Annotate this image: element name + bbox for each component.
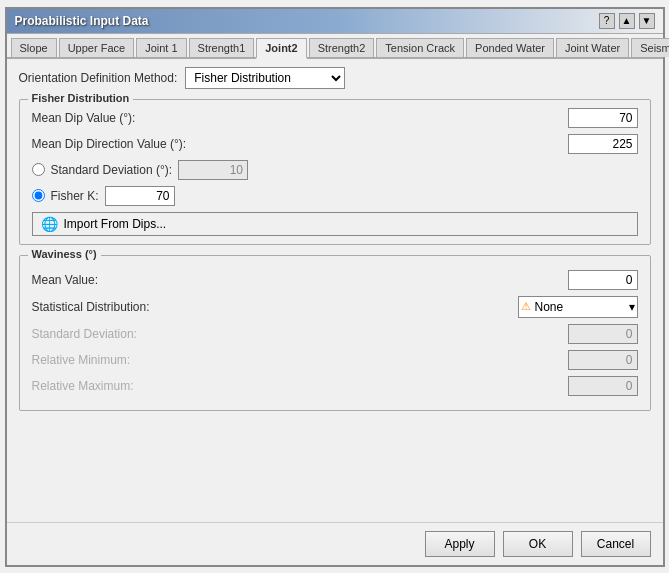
footer: Apply OK Cancel	[7, 522, 663, 565]
waviness-std-dev-row: Standard Deviation:	[32, 324, 638, 344]
waviness-mean-label: Mean Value:	[32, 273, 560, 287]
tab-joint1[interactable]: Joint 1	[136, 38, 186, 57]
dialog-title: Probabilistic Input Data	[15, 14, 149, 28]
down-button[interactable]: ▼	[639, 13, 655, 29]
import-dips-button[interactable]: 🌐 Import From Dips...	[32, 212, 638, 236]
help-button[interactable]: ?	[599, 13, 615, 29]
std-dev-label: Standard Deviation (°):	[51, 163, 173, 177]
fisher-k-row: Fisher K:	[32, 186, 638, 206]
tab-upper-face[interactable]: Upper Face	[59, 38, 134, 57]
waviness-mean-row: Mean Value:	[32, 270, 638, 290]
relative-min-label: Relative Minimum:	[32, 353, 560, 367]
tab-slope[interactable]: Slope	[11, 38, 57, 57]
waviness-group-title: Waviness (°)	[28, 248, 101, 260]
tab-ponded-water[interactable]: Ponded Water	[466, 38, 554, 57]
up-button[interactable]: ▲	[619, 13, 635, 29]
relative-min-input	[568, 350, 638, 370]
ok-button[interactable]: OK	[503, 531, 573, 557]
mean-dip-direction-input[interactable]	[568, 134, 638, 154]
import-dips-label: Import From Dips...	[64, 217, 167, 231]
tab-tension-crack[interactable]: Tension Crack	[376, 38, 464, 57]
tab-joint-water[interactable]: Joint Water	[556, 38, 629, 57]
mean-dip-direction-row: Mean Dip Direction Value (°):	[32, 134, 638, 154]
fisher-k-label: Fisher K:	[51, 189, 99, 203]
waviness-mean-input[interactable]	[568, 270, 638, 290]
fisher-k-input[interactable]	[105, 186, 175, 206]
mean-dip-label: Mean Dip Value (°):	[32, 111, 560, 125]
cancel-button[interactable]: Cancel	[581, 531, 651, 557]
title-bar: Probabilistic Input Data ? ▲ ▼	[7, 9, 663, 34]
tab-bar: Slope Upper Face Joint 1 Strength1 Joint…	[7, 34, 663, 59]
dialog: Probabilistic Input Data ? ▲ ▼ Slope Upp…	[5, 7, 665, 567]
apply-button[interactable]: Apply	[425, 531, 495, 557]
relative-max-input	[568, 376, 638, 396]
dropdown-arrow-icon: ▾	[629, 300, 635, 314]
mean-dip-input[interactable]	[568, 108, 638, 128]
fisher-group-title: Fisher Distribution	[28, 92, 134, 104]
tab-strength2[interactable]: Strength2	[309, 38, 375, 57]
mean-dip-row: Mean Dip Value (°):	[32, 108, 638, 128]
waviness-std-dev-input	[568, 324, 638, 344]
fisher-group: Fisher Distribution Mean Dip Value (°): …	[19, 99, 651, 245]
waviness-std-dev-label: Standard Deviation:	[32, 327, 560, 341]
tab-seismic[interactable]: Seismic	[631, 38, 669, 57]
tab-joint2[interactable]: Joint2	[256, 38, 306, 59]
orientation-row: Orientation Definition Method: Fisher Di…	[19, 67, 651, 89]
relative-min-row: Relative Minimum:	[32, 350, 638, 370]
orientation-label: Orientation Definition Method:	[19, 71, 178, 85]
stat-dist-label: Statistical Distribution:	[32, 300, 510, 314]
title-controls: ? ▲ ▼	[599, 13, 655, 29]
main-content: Orientation Definition Method: Fisher Di…	[7, 59, 663, 522]
tab-strength1[interactable]: Strength1	[189, 38, 255, 57]
stat-dist-row: Statistical Distribution: ⚠ None ▾	[32, 296, 638, 318]
waviness-group: Waviness (°) Mean Value: Statistical Dis…	[19, 255, 651, 411]
std-dev-row: Standard Deviation (°):	[32, 160, 638, 180]
mean-dip-direction-label: Mean Dip Direction Value (°):	[32, 137, 560, 151]
fisher-k-radio[interactable]	[32, 189, 45, 202]
relative-max-label: Relative Maximum:	[32, 379, 560, 393]
relative-max-row: Relative Maximum:	[32, 376, 638, 396]
std-dev-radio[interactable]	[32, 163, 45, 176]
stat-dist-dropdown[interactable]: ⚠ None ▾	[518, 296, 638, 318]
orientation-dropdown[interactable]: Fisher Distribution	[185, 67, 345, 89]
globe-icon: 🌐	[41, 216, 58, 232]
stat-dist-value: None	[535, 300, 564, 314]
warning-icon: ⚠	[521, 300, 531, 313]
std-dev-input[interactable]	[178, 160, 248, 180]
